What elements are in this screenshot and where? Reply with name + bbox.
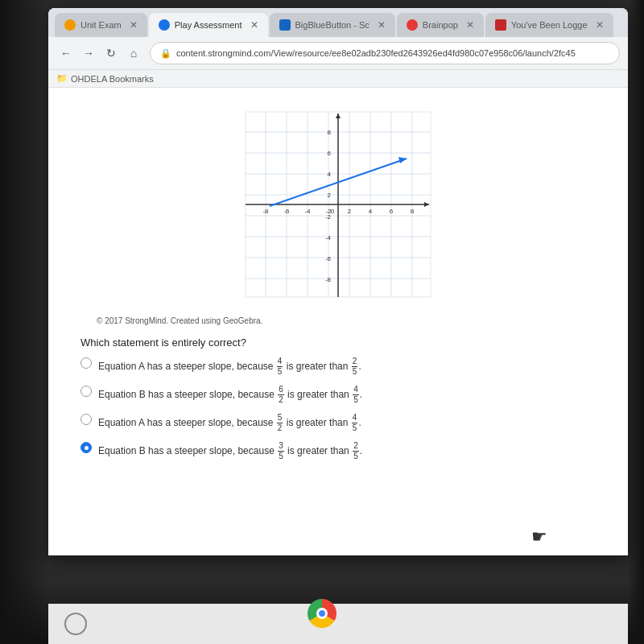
circle-button[interactable] [64, 613, 87, 635]
browser-window: Unit Exam ✕ Play Assessment ✕ BigBlueBut… [48, 8, 628, 555]
svg-text:4: 4 [369, 208, 373, 215]
tab-label-brainpop: Brainpop [423, 20, 458, 30]
tab-label-logged: You've Been Logge [511, 20, 588, 30]
tab-icon-unit-exam [64, 19, 76, 31]
tab-icon-bigbluebutton [279, 19, 291, 31]
reload-button[interactable]: ↻ [101, 43, 121, 63]
options-list: Equation A has a steeper slope, because … [80, 357, 596, 461]
tab-label-unit-exam: Unit Exam [80, 20, 122, 30]
home-button[interactable]: ⌂ [124, 43, 143, 63]
tab-label-bigbluebutton: BigBlueButton - Sc [295, 20, 369, 30]
svg-text:4: 4 [328, 171, 332, 178]
address-bar[interactable]: 🔒 content.strongmind.com/View/resource/e… [150, 42, 620, 64]
svg-text:-8: -8 [262, 208, 269, 215]
tab-play-assessment[interactable]: Play Assessment ✕ [149, 13, 268, 37]
option-d-text: Equation B has a steeper slope, because … [98, 441, 362, 461]
tab-icon-logged [495, 19, 506, 31]
back-button[interactable]: ← [56, 43, 76, 63]
svg-text:8: 8 [411, 208, 415, 215]
graph-container: -8 -6 -4 -2 2 4 6 8 0 8 6 4 2 -2 -4 -6 -… [80, 104, 596, 325]
svg-text:-4: -4 [304, 208, 311, 215]
svg-text:6: 6 [328, 150, 332, 157]
bookmarks-folder-icon: 📁 [56, 73, 68, 84]
svg-text:-2: -2 [325, 213, 332, 221]
bottom-bar [48, 604, 628, 644]
tab-close-bigbluebutton[interactable]: ✕ [378, 19, 386, 31]
copyright-text: © 2017 StrongMind. Created using GeoGebr… [80, 316, 596, 325]
tab-icon-brainpop [407, 19, 418, 31]
tab-logged[interactable]: You've Been Logge ✕ [485, 13, 613, 37]
radio-d[interactable] [80, 442, 92, 453]
bookmarks-bar: 📁 OHDELA Bookmarks [48, 70, 628, 88]
tab-icon-play-assessment [159, 19, 170, 31]
svg-text:-4: -4 [325, 234, 332, 242]
radio-b[interactable] [80, 386, 92, 397]
tab-bar: Unit Exam ✕ Play Assessment ✕ BigBlueBut… [48, 8, 628, 37]
svg-text:-6: -6 [283, 208, 290, 215]
url-text: content.strongmind.com/View/resource/ee8… [176, 48, 576, 58]
tab-close-play-assessment[interactable]: ✕ [250, 19, 258, 31]
tab-brainpop[interactable]: Brainpop ✕ [397, 13, 484, 37]
tab-unit-exam[interactable]: Unit Exam ✕ [55, 13, 147, 37]
nav-bar: ← → ↻ ⌂ 🔒 content.strongmind.com/View/re… [48, 37, 628, 70]
svg-text:6: 6 [390, 208, 394, 215]
bookmarks-label: OHDELA Bookmarks [71, 74, 154, 84]
lock-icon: 🔒 [160, 48, 171, 59]
question-text: Which statement is entirely correct? [80, 336, 596, 349]
option-d[interactable]: Equation B has a steeper slope, because … [80, 441, 596, 461]
tab-bigbluebutton[interactable]: BigBlueButton - Sc ✕ [270, 13, 395, 37]
forward-button[interactable]: → [79, 43, 98, 63]
radio-c[interactable] [80, 414, 92, 425]
svg-text:-8: -8 [325, 276, 332, 283]
chrome-logo [308, 599, 336, 628]
option-a[interactable]: Equation A has a steeper slope, because … [80, 357, 596, 377]
nav-arrows: ← → ↻ ⌂ [56, 43, 143, 63]
option-c-text: Equation A has a steeper slope, because … [98, 413, 361, 433]
svg-text:0: 0 [331, 208, 335, 215]
svg-text:2: 2 [328, 192, 332, 199]
tab-label-play-assessment: Play Assessment [175, 20, 242, 30]
tab-close-unit-exam[interactable]: ✕ [130, 19, 138, 31]
tab-close-logged[interactable]: ✕ [596, 19, 604, 31]
option-b[interactable]: Equation B has a steeper slope, because … [80, 385, 596, 405]
svg-text:2: 2 [348, 208, 352, 215]
page-content: -8 -6 -4 -2 2 4 6 8 0 8 6 4 2 -2 -4 -6 -… [48, 88, 628, 555]
coordinate-graph: -8 -6 -4 -2 2 4 6 8 0 8 6 4 2 -2 -4 -6 -… [237, 104, 439, 313]
option-c[interactable]: Equation A has a steeper slope, because … [80, 413, 596, 433]
radio-a[interactable] [80, 357, 92, 369]
option-a-text: Equation A has a steeper slope, because … [98, 357, 361, 377]
option-b-text: Equation B has a steeper slope, because … [98, 385, 362, 405]
tab-close-brainpop[interactable]: ✕ [466, 19, 474, 31]
svg-text:8: 8 [328, 129, 332, 136]
svg-text:-6: -6 [325, 255, 332, 262]
